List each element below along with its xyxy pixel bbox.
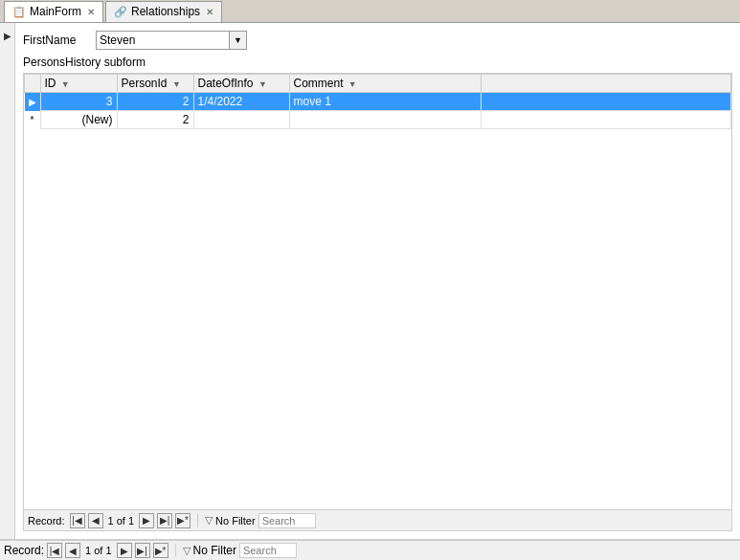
cell-id: (New) bbox=[40, 111, 117, 129]
tab-mainform-close[interactable]: ✕ bbox=[87, 7, 95, 17]
bottom-nav-first[interactable]: |◀ bbox=[47, 543, 62, 558]
bottom-record-label: Record: bbox=[4, 544, 44, 557]
col-dateofinfo-header[interactable]: DateOfInfo ▼ bbox=[193, 75, 289, 93]
subform-nav-sep bbox=[197, 514, 198, 527]
cell-dateofinfo: 1/4/2022 bbox=[193, 93, 289, 111]
bottom-nav-prev[interactable]: ◀ bbox=[65, 543, 80, 558]
subform-nav-next[interactable]: ▶ bbox=[139, 513, 154, 528]
bottom-no-filter-label: No Filter bbox=[193, 544, 236, 557]
row-indicator: * bbox=[25, 111, 41, 129]
bottom-filter-area: ▽ No Filter bbox=[183, 544, 236, 557]
comment-sort-icon: ▼ bbox=[348, 79, 357, 89]
left-nav: ▶ bbox=[0, 23, 15, 539]
bottom-nav-next[interactable]: ▶ bbox=[117, 543, 132, 558]
table-row[interactable]: *(New)2 bbox=[25, 111, 731, 129]
firstname-input[interactable] bbox=[96, 31, 230, 50]
cell-comment: move 1 bbox=[289, 93, 481, 111]
subform-record-nav: Record: |◀ ◀ 1 of 1 ▶ ▶| ▶* ▽ No Filter bbox=[24, 509, 731, 530]
subform-no-filter-label: No Filter bbox=[215, 515, 256, 526]
firstname-dropdown-btn[interactable]: ▼ bbox=[230, 31, 247, 50]
subform-container: ID ▼ PersonId ▼ DateOfInfo ▼ bbox=[23, 73, 732, 531]
cell-personid: 2 bbox=[117, 93, 193, 111]
cell-extra bbox=[481, 111, 731, 129]
subform-filter-area: ▽ No Filter bbox=[205, 514, 256, 526]
form-area: FirstName ▼ PersonsHistory subform ID ▼ bbox=[15, 23, 740, 539]
cell-personid: 2 bbox=[117, 111, 193, 129]
data-table: ID ▼ PersonId ▼ DateOfInfo ▼ bbox=[24, 74, 731, 129]
tab-relationships-close[interactable]: ✕ bbox=[206, 7, 213, 17]
col-personid-header[interactable]: PersonId ▼ bbox=[117, 75, 193, 93]
subform-filter-icon: ▽ bbox=[205, 514, 213, 526]
col-extra-header bbox=[481, 75, 731, 93]
subform-nav-prev[interactable]: ◀ bbox=[88, 513, 103, 528]
col-indicator-header bbox=[25, 75, 41, 93]
firstname-label: FirstName bbox=[23, 34, 90, 47]
tab-mainform[interactable]: 📋 MainForm ✕ bbox=[4, 1, 103, 22]
bottom-nav-bar: Record: |◀ ◀ 1 of 1 ▶ ▶| ▶* ▽ No Filter bbox=[0, 539, 740, 560]
firstname-input-group: ▼ bbox=[96, 31, 247, 50]
subform-label: PersonsHistory subform bbox=[23, 56, 732, 69]
cell-comment bbox=[289, 111, 481, 129]
bottom-filter-icon: ▽ bbox=[183, 545, 191, 557]
cell-id: 3 bbox=[40, 93, 117, 111]
id-sort-icon: ▼ bbox=[61, 79, 70, 89]
relationships-icon: 🔗 bbox=[114, 6, 127, 18]
table-row[interactable]: ▶321/4/2022move 1 bbox=[25, 93, 731, 111]
bottom-nav-new[interactable]: ▶* bbox=[153, 543, 168, 558]
form-icon: 📋 bbox=[12, 6, 26, 18]
personid-sort-icon: ▼ bbox=[172, 79, 181, 89]
cell-extra bbox=[481, 93, 731, 111]
subform-search-input[interactable] bbox=[258, 513, 316, 528]
table-header-row: ID ▼ PersonId ▼ DateOfInfo ▼ bbox=[25, 75, 731, 93]
table-scroll[interactable]: ID ▼ PersonId ▼ DateOfInfo ▼ bbox=[24, 74, 731, 509]
nav-arrow-icon: ▶ bbox=[4, 31, 11, 41]
bottom-nav-position: 1 of 1 bbox=[85, 545, 112, 556]
cell-dateofinfo bbox=[193, 111, 289, 129]
bottom-nav-last[interactable]: ▶| bbox=[135, 543, 150, 558]
bottom-nav-sep bbox=[175, 544, 176, 557]
tab-relationships-label: Relationships bbox=[131, 5, 200, 18]
subform-nav-new[interactable]: ▶* bbox=[175, 513, 191, 528]
subform-record-label: Record: bbox=[28, 515, 65, 526]
bottom-search-input[interactable] bbox=[239, 543, 297, 558]
subform-nav-position: 1 of 1 bbox=[108, 515, 135, 526]
col-comment-header[interactable]: Comment ▼ bbox=[289, 75, 481, 93]
firstname-row: FirstName ▼ bbox=[23, 31, 732, 50]
tab-relationships[interactable]: 🔗 Relationships ✕ bbox=[105, 1, 222, 22]
row-indicator: ▶ bbox=[25, 93, 41, 111]
tab-mainform-label: MainForm bbox=[30, 5, 81, 18]
tab-bar: 📋 MainForm ✕ 🔗 Relationships ✕ bbox=[0, 0, 740, 23]
subform-nav-first[interactable]: |◀ bbox=[70, 513, 85, 528]
dateofinfo-sort-icon: ▼ bbox=[258, 79, 267, 89]
main-content: ▶ FirstName ▼ PersonsHistory subform bbox=[0, 23, 740, 539]
col-id-header[interactable]: ID ▼ bbox=[40, 75, 117, 93]
subform-nav-last[interactable]: ▶| bbox=[157, 513, 172, 528]
